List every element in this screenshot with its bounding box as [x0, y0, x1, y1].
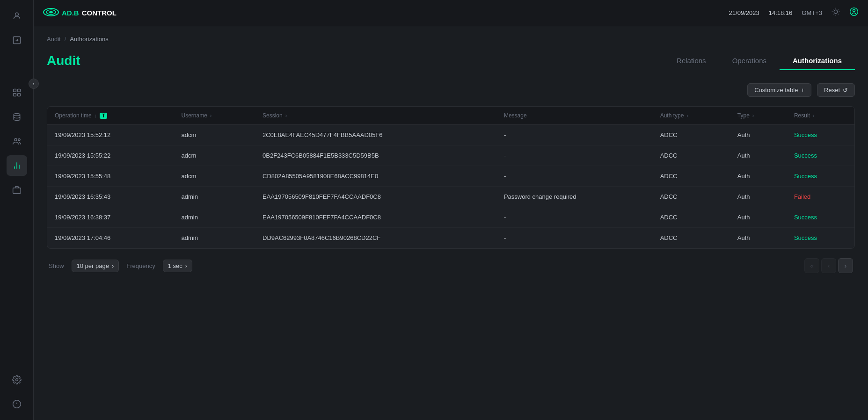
- col-operation-time: Operation time ↓ T: [47, 107, 174, 125]
- cell-result: Success: [787, 207, 854, 228]
- svg-line-21: [838, 14, 839, 14]
- col-result: Result ›: [787, 107, 854, 125]
- svg-line-24: [833, 14, 833, 14]
- sort-icon-username[interactable]: ›: [210, 113, 212, 118]
- customize-table-button[interactable]: Customize table +: [747, 83, 811, 97]
- cell-message: -: [496, 145, 653, 166]
- cell-username: admin: [174, 228, 255, 248]
- table-row: 19/09/2023 15:55:22 adcm 0B2F243FC6B0588…: [47, 145, 854, 166]
- sidebar-item-database[interactable]: [7, 107, 27, 127]
- cell-result: Success: [787, 228, 854, 248]
- filter-btn-operation-time[interactable]: T: [100, 113, 107, 119]
- cell-auth-type: ADCC: [653, 187, 730, 207]
- cell-type: Auth: [730, 228, 787, 248]
- tabs: Relations Operations Authorizations: [664, 52, 855, 69]
- svg-point-17: [834, 10, 838, 14]
- pagination: Show 10 per page › Frequency 1 sec › « ‹…: [47, 258, 855, 273]
- topbar-time: 14:18:16: [769, 9, 793, 16]
- cell-operation-time: 19/09/2023 16:38:37: [47, 207, 174, 228]
- sort-icon-operation-time[interactable]: ↓: [95, 113, 97, 118]
- table-row: 19/09/2023 16:35:43 admin EAA197056509F8…: [47, 187, 854, 207]
- cell-auth-type: ADCC: [653, 125, 730, 145]
- cell-type: Auth: [730, 187, 787, 207]
- sidebar-item-info[interactable]: [7, 394, 27, 414]
- cell-auth-type: ADCC: [653, 228, 730, 248]
- sidebar-item-users[interactable]: [7, 131, 27, 152]
- reset-icon: ↺: [843, 87, 848, 94]
- sidebar-item-dashboard[interactable]: [7, 82, 27, 103]
- frequency-select[interactable]: 1 sec ›: [163, 260, 192, 272]
- tab-relations[interactable]: Relations: [664, 52, 719, 69]
- breadcrumb-current: Authorizations: [70, 36, 108, 43]
- page-header: Audit Relations Operations Authorization…: [47, 52, 855, 69]
- cell-result: Failed: [787, 187, 854, 207]
- breadcrumb-separator: /: [65, 36, 66, 43]
- sidebar-item-settings[interactable]: [7, 369, 27, 390]
- cell-session: EAA197056509F810FEF7FA4CCAADF0C8: [255, 187, 496, 207]
- page-title: Audit: [47, 53, 664, 68]
- cell-username: admin: [174, 207, 255, 228]
- svg-point-10: [15, 379, 18, 381]
- per-page-value: 10 per page: [77, 262, 109, 269]
- table-row: 19/09/2023 15:52:12 adcm 2C0E8AE4FAEC45D…: [47, 125, 854, 145]
- cell-message: -: [496, 125, 653, 145]
- svg-rect-5: [17, 94, 20, 96]
- cell-auth-type: ADCC: [653, 166, 730, 187]
- sidebar-item-user[interactable]: [7, 6, 27, 26]
- data-table: Operation time ↓ T Username ›: [47, 106, 855, 249]
- table-row: 19/09/2023 17:04:46 admin DD9AC62993F0A8…: [47, 228, 854, 248]
- col-session: Session ›: [255, 107, 496, 125]
- svg-point-7: [15, 138, 17, 141]
- table-toolbar: Customize table + Reset ↺: [47, 83, 855, 97]
- svg-rect-3: [17, 89, 20, 92]
- table-header-row: Operation time ↓ T Username ›: [47, 107, 854, 125]
- tab-operations[interactable]: Operations: [719, 52, 780, 69]
- sort-icon-type[interactable]: ›: [752, 113, 754, 118]
- cell-message: Password change required: [496, 187, 653, 207]
- sidebar-item-briefcase[interactable]: [7, 180, 27, 200]
- per-page-chevron: ›: [112, 262, 114, 269]
- svg-line-20: [833, 9, 833, 9]
- pagination-first[interactable]: «: [804, 258, 819, 273]
- page-content: Audit / Authorizations Audit Relations O…: [34, 26, 868, 420]
- reset-button[interactable]: Reset ↺: [817, 83, 855, 97]
- sidebar-item-export[interactable]: [7, 30, 27, 51]
- pagination-left: Show 10 per page › Frequency 1 sec ›: [49, 260, 192, 272]
- customize-table-label: Customize table: [754, 87, 798, 94]
- pagination-next[interactable]: ›: [838, 258, 853, 273]
- sort-icon-session[interactable]: ›: [285, 113, 287, 118]
- cell-username: adcm: [174, 125, 255, 145]
- pagination-prev[interactable]: ‹: [821, 258, 836, 273]
- cell-type: Auth: [730, 125, 787, 145]
- svg-rect-4: [13, 94, 16, 96]
- col-username: Username ›: [174, 107, 255, 125]
- theme-icon[interactable]: [832, 7, 840, 18]
- sidebar-toggle[interactable]: ›: [29, 79, 39, 89]
- cell-operation-time: 19/09/2023 15:55:22: [47, 145, 174, 166]
- cell-session: 2C0E8AE4FAEC45D477F4FBB5AAAD05F6: [255, 125, 496, 145]
- reset-label: Reset: [824, 87, 840, 94]
- sort-icon-auth-type[interactable]: ›: [686, 113, 688, 118]
- cell-message: -: [496, 228, 653, 248]
- user-avatar-icon[interactable]: [849, 7, 859, 19]
- svg-rect-9: [13, 188, 21, 194]
- svg-point-27: [853, 9, 855, 12]
- logo: AD.B CONTROL: [43, 6, 722, 20]
- topbar-right: 21/09/2023 14:18:16 GMT+3: [729, 7, 859, 19]
- tab-authorizations[interactable]: Authorizations: [780, 52, 855, 69]
- customize-table-icon: +: [801, 87, 804, 94]
- cell-session: CD802A85505A9581908E68ACC99814E0: [255, 166, 496, 187]
- per-page-select[interactable]: 10 per page ›: [72, 260, 119, 272]
- svg-point-0: [15, 13, 18, 16]
- pagination-right: « ‹ ›: [804, 258, 853, 273]
- frequency-label: Frequency: [126, 262, 155, 269]
- sort-icon-result[interactable]: ›: [813, 113, 815, 118]
- breadcrumb-parent[interactable]: Audit: [47, 36, 61, 43]
- sidebar-item-audit[interactable]: [7, 155, 27, 176]
- logo-text-white: CONTROL: [82, 9, 117, 17]
- topbar-date: 21/09/2023: [729, 9, 759, 16]
- cell-operation-time: 19/09/2023 16:35:43: [47, 187, 174, 207]
- svg-point-16: [49, 11, 53, 14]
- cell-username: adcm: [174, 166, 255, 187]
- cell-type: Auth: [730, 207, 787, 228]
